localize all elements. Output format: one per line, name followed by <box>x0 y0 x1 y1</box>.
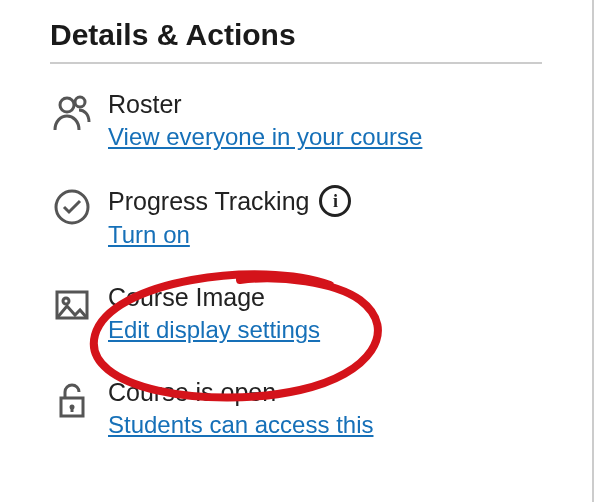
divider <box>50 62 542 64</box>
panel-heading: Details & Actions <box>50 18 542 52</box>
students-access-link[interactable]: Students can access this <box>108 411 373 439</box>
progress-label: Progress Tracking <box>108 187 309 216</box>
roster-label: Roster <box>108 90 182 119</box>
svg-point-6 <box>70 405 75 410</box>
course-open-item: Course is open Students can access this <box>50 378 542 439</box>
view-roster-link[interactable]: View everyone in your course <box>108 123 422 151</box>
course-open-label: Course is open <box>108 378 276 407</box>
course-image-item: Course Image Edit display settings <box>50 283 542 344</box>
image-icon <box>50 283 94 325</box>
roster-icon <box>50 90 94 132</box>
checkmark-circle-icon <box>50 185 94 227</box>
svg-point-0 <box>60 98 74 112</box>
progress-item: Progress Tracking i Turn on <box>50 185 542 249</box>
roster-item: Roster View everyone in your course <box>50 90 542 151</box>
progress-turn-on-link[interactable]: Turn on <box>108 221 190 249</box>
edit-display-settings-link[interactable]: Edit display settings <box>108 316 320 344</box>
unlock-icon <box>50 378 94 420</box>
details-actions-panel: Details & Actions Roster View everyone i… <box>0 0 594 502</box>
svg-point-1 <box>75 97 85 107</box>
svg-point-4 <box>63 298 69 304</box>
course-image-label: Course Image <box>108 283 265 312</box>
info-icon[interactable]: i <box>319 185 351 217</box>
